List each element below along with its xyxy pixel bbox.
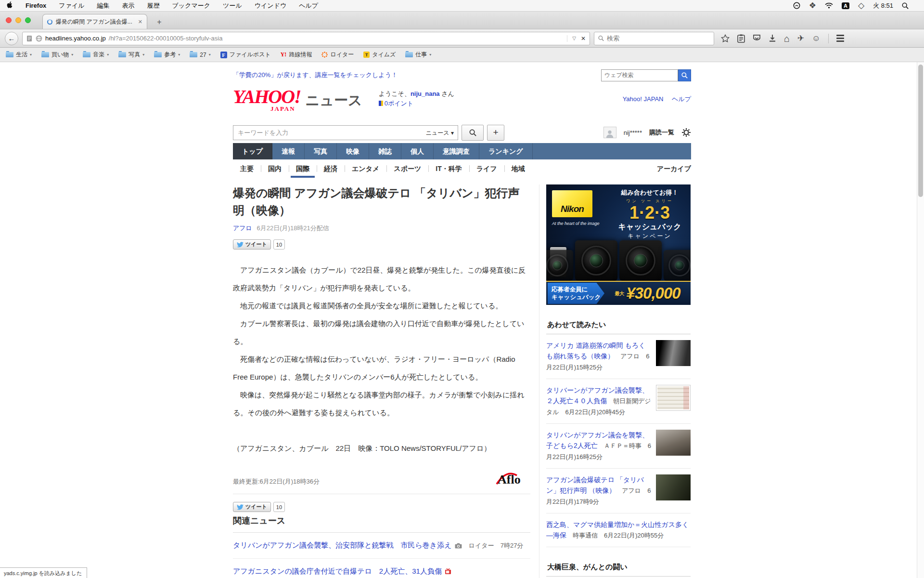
close-window-button[interactable] <box>6 17 12 23</box>
subnav-international[interactable]: 国際 <box>289 159 317 178</box>
aflo-logo[interactable]: Aflo <box>496 472 530 486</box>
bookmark-folder-work[interactable]: 仕事▾ <box>405 51 431 59</box>
bookmark-star-icon[interactable] <box>721 34 730 43</box>
user-id[interactable]: nij***** <box>624 129 642 136</box>
url-dropdown-icon[interactable]: ▽ <box>572 36 576 41</box>
tab-close-icon[interactable]: ✕ <box>138 19 142 25</box>
yahoo-japan-link[interactable]: Yahoo! JAPAN <box>623 95 664 103</box>
minimize-window-button[interactable] <box>15 17 21 23</box>
subnav-sports[interactable]: スポーツ <box>386 159 428 178</box>
thumbnail-map[interactable] <box>656 385 691 411</box>
reading-list-icon[interactable] <box>737 34 745 43</box>
source-link[interactable]: アフロ <box>233 224 252 232</box>
stop-button[interactable]: ✕ <box>581 35 586 42</box>
subscription-list-link[interactable]: 購読一覧 <box>649 128 674 137</box>
bookmark-folder-music[interactable]: 音楽▾ <box>83 51 109 59</box>
nikon-ad-banner[interactable]: Nikon At the heart of the image 組み合わせてお得… <box>546 184 691 305</box>
search-category-dropdown[interactable]: ニュース ▾ <box>426 129 454 137</box>
menu-window[interactable]: ウインドウ <box>255 1 287 10</box>
url-field[interactable]: headlines.yahoo.co.jp/hl?a=20150622-0001… <box>22 32 590 45</box>
nav-photo[interactable]: 写真 <box>305 143 337 159</box>
nav-personal[interactable]: 個人 <box>401 143 434 159</box>
related-link[interactable]: アフガニスタンの議会庁舎付近で自爆テロ 2人死亡、31人負傷 <box>233 567 442 575</box>
menu-view[interactable]: 表示 <box>122 1 135 10</box>
apple-menu-icon[interactable] <box>7 1 13 10</box>
bookmark-folder-life[interactable]: 生活▾ <box>6 51 32 59</box>
nav-ranking[interactable]: ランキング <box>479 143 533 159</box>
bookmark-folder-photo[interactable]: 写真▾ <box>118 51 144 59</box>
back-button[interactable]: ← <box>5 32 18 45</box>
wifi-icon[interactable] <box>825 2 833 9</box>
thumbnail-road-collapse[interactable] <box>656 340 691 366</box>
subnav-it-science[interactable]: IT・科学 <box>428 159 469 178</box>
page-proxy-icon[interactable] <box>26 35 33 42</box>
browser-search-field[interactable] <box>594 32 714 45</box>
pocket-icon[interactable] <box>753 34 761 43</box>
new-tab-button[interactable]: + <box>153 18 166 26</box>
web-search-button[interactable] <box>678 69 691 81</box>
subnav-entertainment[interactable]: エンタメ <box>345 159 386 178</box>
menu-firefox[interactable]: Firefox <box>26 2 46 9</box>
zoom-window-button[interactable] <box>25 17 31 23</box>
tweet-count[interactable]: 10 <box>273 502 285 512</box>
bookmark-folder-27[interactable]: 27▾ <box>190 52 210 58</box>
menu-help[interactable]: ヘルプ <box>299 1 318 10</box>
menubar-clock[interactable]: 火 8:51 <box>873 1 893 10</box>
avatar[interactable] <box>603 127 616 138</box>
downloads-icon[interactable] <box>769 34 776 43</box>
share-icon[interactable]: ✈ <box>797 34 804 42</box>
subnav-region[interactable]: 地域 <box>504 159 532 178</box>
spotlight-icon[interactable] <box>902 2 909 9</box>
creative-cloud-icon[interactable] <box>793 2 800 9</box>
news-search-input[interactable] <box>233 125 458 140</box>
menu-edit[interactable]: 編集 <box>97 1 110 10</box>
input-method-icon[interactable]: A <box>842 2 849 9</box>
nav-flash[interactable]: 速報 <box>272 143 305 159</box>
tweet-button[interactable]: ツイート <box>233 239 271 250</box>
subnav-domestic[interactable]: 国内 <box>261 159 289 178</box>
menu-history[interactable]: 履歴 <box>147 1 160 10</box>
yahoo-japan-logo[interactable]: YAHOO! JAPAN <box>233 87 301 112</box>
feedback-smiley-icon[interactable]: ☺ <box>812 34 820 42</box>
thumbnail-smoke[interactable] <box>656 430 691 456</box>
nav-poll[interactable]: 意識調査 <box>434 143 479 159</box>
subnav-life[interactable]: ライフ <box>469 159 504 178</box>
page-scrollbar[interactable] <box>917 62 924 578</box>
username-link[interactable]: niju_nana <box>411 90 440 97</box>
menu-panel-icon[interactable] <box>836 35 844 42</box>
browser-tab[interactable]: 爆発の瞬間 アフガン議会爆... ✕ <box>42 14 147 29</box>
service-name-news[interactable]: ニュース <box>306 91 362 110</box>
nav-video[interactable]: 映像 <box>337 143 369 159</box>
settings-gear-icon[interactable] <box>681 128 691 137</box>
home-icon[interactable]: ⌂ <box>784 34 790 43</box>
bookmark-folder-reference[interactable]: 参考▾ <box>154 51 180 59</box>
bookmark-times[interactable]: Tタイムズ <box>363 51 396 59</box>
tweet-count[interactable]: 10 <box>273 239 285 250</box>
help-link[interactable]: ヘルプ <box>672 95 691 103</box>
nav-top[interactable]: トップ <box>233 143 272 159</box>
thumbnail-parliament[interactable] <box>656 474 691 500</box>
add-tab-button[interactable]: + <box>487 125 504 141</box>
header-ad-link[interactable]: 「学費の20%」が戻ります、講座一覧をチェックしよう！ <box>233 71 398 79</box>
web-search-input[interactable] <box>601 69 678 81</box>
subnav-economy[interactable]: 経済 <box>317 159 345 178</box>
menu-file[interactable]: ファイル <box>59 1 84 10</box>
scrollbar-thumb[interactable] <box>918 65 923 197</box>
browser-search-input[interactable] <box>607 35 710 42</box>
diamond-status-icon[interactable]: ◇ <box>858 1 864 10</box>
related-link[interactable]: タリバンがアフガン議会襲撃、治安部隊と銃撃戦 市民ら巻き添え <box>233 541 452 549</box>
subnav-main[interactable]: 主要 <box>233 159 261 178</box>
archive-link[interactable]: アーカイブ <box>657 159 691 178</box>
menu-bookmarks[interactable]: ブックマーク <box>172 1 211 10</box>
bookmark-reuters[interactable]: ロイター <box>321 51 354 59</box>
bookmark-transit[interactable]: Y!路線情報 <box>281 51 312 59</box>
tweet-button[interactable]: ツイート <box>233 502 271 512</box>
bookmark-folder-shopping[interactable]: 買い物▾ <box>41 51 73 59</box>
nav-magazine[interactable]: 雑誌 <box>369 143 401 159</box>
paragraph: 地元の報道では議員と報道関係者の全員が安全な場所に避難したと報じている。 <box>233 297 530 315</box>
dropbox-icon[interactable]: ❖ <box>809 1 816 10</box>
bookmark-filepost[interactable]: Fファイルポスト <box>220 51 271 59</box>
news-search-button[interactable] <box>462 125 484 141</box>
points-link[interactable]: 0ポイント <box>385 100 413 107</box>
menu-tools[interactable]: ツール <box>223 1 242 10</box>
